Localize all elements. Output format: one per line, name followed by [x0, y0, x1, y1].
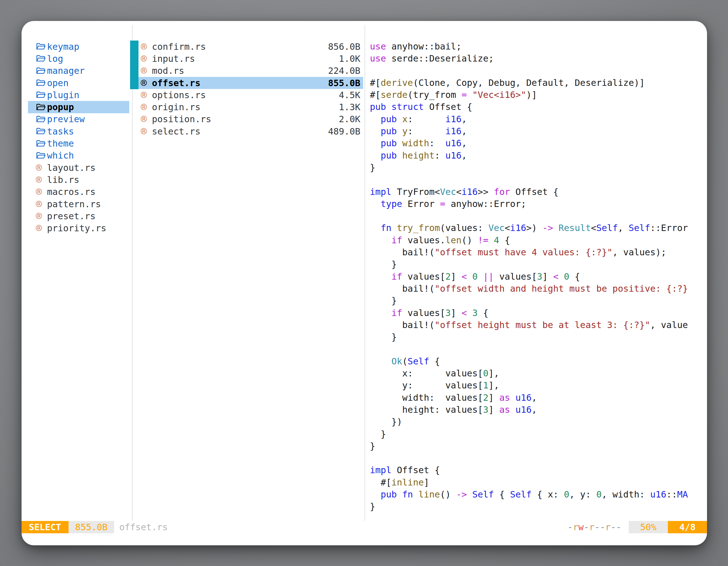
permission-char: r: [605, 522, 610, 532]
file-size: 489.0B: [328, 126, 360, 137]
code-line: bail!("offset width and height must be p…: [370, 283, 707, 295]
file-name: select.rs: [152, 126, 200, 137]
file-size: 2.0K: [339, 114, 360, 125]
code-line: Ok(Self {: [370, 355, 707, 367]
permission-char: w: [578, 522, 584, 532]
file-row-offset-rs[interactable]: ®offset.rs855.0B: [138, 77, 363, 89]
rust-file-icon: ®: [141, 42, 152, 52]
code-line: pub x: i16,: [370, 113, 707, 125]
code-line: impl TryFrom<Vec<i16>> for Offset {: [370, 186, 707, 198]
file-name: options.rs: [152, 90, 206, 100]
current-pane: ®confirm.rs856.0B®input.rs1.0K®mod.rs224…: [138, 41, 363, 137]
folder-icon: [36, 151, 47, 160]
code-line: height: values[3] as u16,: [370, 404, 707, 416]
file-row-confirm-rs[interactable]: ®confirm.rs856.0B: [138, 41, 363, 53]
folder-icon: [36, 67, 47, 75]
yazi-file-manager-window: keymaplogmanageropenpluginpopuppreviewta…: [22, 21, 707, 545]
pane-divider-right: [365, 25, 365, 521]
status-bar: SELECT 855.0B offset.rs -rw-r--r-- 50% 4…: [22, 521, 707, 533]
folder-icon: [36, 54, 47, 63]
parent-pane: keymaplogmanageropenpluginpopuppreviewta…: [28, 41, 129, 234]
code-line: }: [370, 259, 707, 271]
code-line: pub struct Offset {: [370, 101, 707, 113]
code-line: }: [370, 295, 707, 307]
permissions-text: -rw-r--r--: [567, 521, 621, 533]
mode-badge: SELECT: [22, 521, 69, 533]
code-line: #[derive(Clone, Copy, Debug, Default, De…: [370, 77, 707, 89]
file-row-mod-rs[interactable]: ®mod.rs224.0B: [138, 65, 363, 77]
sidebar-item-manager[interactable]: manager: [28, 65, 129, 77]
permission-char: --: [610, 522, 621, 532]
sidebar-item-tasks[interactable]: tasks: [28, 125, 129, 137]
file-row-select-rs[interactable]: ®select.rs489.0B: [138, 125, 363, 137]
file-size: 856.0B: [328, 41, 360, 52]
rust-file-icon: ®: [141, 126, 152, 137]
sidebar-item-layout-rs[interactable]: ®layout.rs: [28, 162, 129, 174]
file-size: 1.0K: [339, 53, 360, 64]
sidebar-item-log[interactable]: log: [28, 53, 129, 65]
folder-icon: [36, 115, 47, 124]
rust-file-icon: ®: [36, 175, 47, 185]
item-label: keymap: [47, 41, 79, 52]
file-name: offset.rs: [152, 78, 200, 88]
folder-icon: [36, 42, 47, 51]
file-list-scrollbar[interactable]: [130, 41, 138, 89]
code-line: }): [370, 416, 707, 428]
sidebar-item-pattern-rs[interactable]: ®pattern.rs: [28, 198, 129, 210]
code-line: use serde::Deserialize;: [370, 53, 707, 65]
rust-file-icon: ®: [36, 163, 47, 173]
file-name: confirm.rs: [152, 41, 206, 52]
code-line: [370, 452, 707, 464]
sidebar-item-macros-rs[interactable]: ®macros.rs: [28, 186, 129, 198]
code-line: #[serde(try_from = "Vec<i16>")]: [370, 89, 707, 101]
pane-divider-left: [132, 25, 133, 521]
item-label: tasks: [47, 126, 74, 137]
permission-char: r: [573, 522, 578, 532]
item-label: layout.rs: [47, 163, 95, 173]
permission-char: r: [589, 522, 594, 532]
sidebar-item-keymap[interactable]: keymap: [28, 41, 129, 53]
item-label: open: [47, 78, 69, 88]
file-row-input-rs[interactable]: ®input.rs1.0K: [138, 53, 363, 65]
permission-char: -: [567, 522, 573, 532]
code-line: fn try_from(values: Vec<i16>) -> Result<…: [370, 222, 707, 234]
code-line: pub y: i16,: [370, 125, 707, 137]
code-line: }: [370, 428, 707, 440]
sidebar-item-open[interactable]: open: [28, 77, 129, 89]
code-line: }: [370, 501, 707, 513]
file-row-origin-rs[interactable]: ®origin.rs1.3K: [138, 101, 363, 113]
sidebar-item-which[interactable]: which: [28, 150, 129, 162]
sidebar-item-theme[interactable]: theme: [28, 137, 129, 149]
code-line: [370, 210, 707, 222]
sidebar-item-priority-rs[interactable]: ®priority.rs: [28, 222, 129, 234]
item-label: preset.rs: [47, 211, 95, 222]
item-label: log: [47, 53, 63, 64]
code-line: impl Offset {: [370, 464, 707, 476]
sidebar-item-lib-rs[interactable]: ®lib.rs: [28, 174, 129, 186]
rust-file-icon: ®: [141, 114, 152, 124]
rust-file-icon: ®: [141, 78, 152, 88]
sidebar-item-popup[interactable]: popup: [28, 101, 129, 113]
item-label: theme: [47, 138, 74, 149]
file-row-position-rs[interactable]: ®position.rs2.0K: [138, 113, 363, 125]
code-line: pub height: u16,: [370, 150, 707, 162]
sidebar-item-preview[interactable]: preview: [28, 113, 129, 125]
code-line: [370, 174, 707, 186]
item-label: manager: [47, 65, 85, 76]
code-line: }: [370, 440, 707, 452]
file-name: origin.rs: [152, 102, 200, 112]
code-line: y: values[1],: [370, 379, 707, 391]
rust-file-icon: ®: [36, 199, 47, 209]
item-label: which: [47, 150, 74, 161]
permission-char: -: [584, 522, 589, 532]
item-label: pattern.rs: [47, 199, 101, 210]
rust-file-icon: ®: [141, 54, 152, 64]
item-label: lib.rs: [47, 175, 79, 185]
file-row-options-rs[interactable]: ®options.rs4.5K: [138, 89, 363, 101]
sidebar-item-plugin[interactable]: plugin: [28, 89, 129, 101]
status-file-name: offset.rs: [119, 521, 168, 533]
cursor-position-badge: 4/8: [668, 521, 707, 533]
file-name: position.rs: [152, 114, 211, 125]
sidebar-item-preset-rs[interactable]: ®preset.rs: [28, 210, 129, 222]
rust-file-icon: ®: [141, 90, 152, 100]
